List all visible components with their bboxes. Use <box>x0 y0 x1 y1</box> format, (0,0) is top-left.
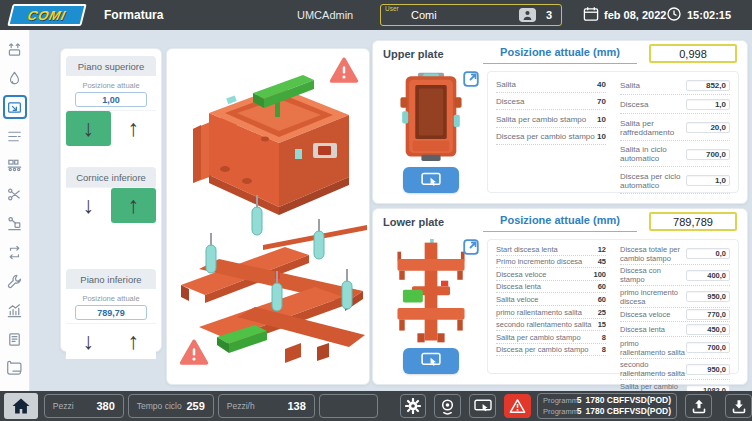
param-value[interactable]: 45 <box>598 257 606 266</box>
param-row: Discesa per cambio stampo8 <box>496 344 606 357</box>
main-area: Piano superiore Posizione attuale 1,00 ↓… <box>30 30 752 391</box>
sidebar-item-forming-icon[interactable] <box>3 95 27 119</box>
stat-label: Pezzi <box>53 401 74 411</box>
param-value[interactable]: 8 <box>602 333 606 342</box>
lower-plate-touch-button[interactable] <box>403 348 459 374</box>
param-row: Salita per raffreddamento20,0 <box>620 114 730 141</box>
transfer-buttons <box>685 394 752 418</box>
jog-up-button[interactable]: ↑ <box>111 188 156 223</box>
sidebar-item-conveyor-icon[interactable] <box>3 153 27 177</box>
sidebar-item-demold-icon[interactable] <box>3 37 27 61</box>
param-value[interactable]: 60 <box>598 295 606 304</box>
expand-view-button[interactable] <box>463 239 479 255</box>
param-value[interactable]: 400,0 <box>686 270 730 281</box>
comi-logo: COMI <box>7 4 86 26</box>
up-arrow-icon: ↑ <box>128 192 140 219</box>
param-label: primo rallentamento salita <box>496 308 582 317</box>
up-arrow-icon: ↑ <box>128 328 140 355</box>
upper-mold-thumbnail <box>387 71 475 167</box>
sidebar-item-heating-icon[interactable] <box>3 66 27 90</box>
stat-value: 380 <box>96 400 114 412</box>
upload-program-button[interactable] <box>685 394 712 418</box>
sidebar-item-maintenance-icon[interactable] <box>3 269 27 293</box>
param-value[interactable]: 700,0 <box>686 149 730 160</box>
param-value[interactable]: 950,0 <box>686 291 730 302</box>
jog-down-button[interactable]: ↓ <box>66 188 111 223</box>
param-label: Salita <box>496 80 516 89</box>
param-row: Discesa per cambio stampo10 <box>496 128 606 146</box>
lower-plate-thumb-col <box>383 239 479 374</box>
param-label: Discesa veloce <box>620 310 670 319</box>
sidebar-item-report-icon[interactable] <box>3 327 27 351</box>
upper-plate-card: Upper plate Posizione attuale (mm) 0,998 <box>372 40 748 204</box>
jog-up-button[interactable]: ↑ <box>111 111 156 146</box>
param-value[interactable]: 0,0 <box>686 248 730 259</box>
topbar: COMI Formatura UMCAdmin User Comi 3 feb … <box>0 0 752 30</box>
time-text: 15:02:15 <box>687 9 731 21</box>
param-value[interactable]: 950,0 <box>686 364 730 375</box>
stat-label: Pezzi/h <box>227 401 255 411</box>
upper-plate-params: Salita40Discesa70Salita per cambio stamp… <box>487 71 739 193</box>
param-row: Salita veloce60 <box>496 293 606 306</box>
machine-3d-viewport[interactable] <box>166 48 370 385</box>
sidebar-item-levels-icon[interactable] <box>3 124 27 148</box>
jog-buttons: ↓ ↑ <box>66 323 156 359</box>
machine-3d-render <box>167 49 370 385</box>
user-selector[interactable]: User Comi 3 <box>380 4 562 26</box>
calendar-icon <box>583 6 599 24</box>
sidebar-item-statistics-icon[interactable] <box>3 298 27 322</box>
camera-button[interactable] <box>434 394 461 418</box>
lower-plate-card: Lower plate Posizione attuale (mm) 789,7… <box>372 208 748 385</box>
param-value[interactable]: 1,0 <box>686 175 730 186</box>
param-value[interactable]: 10 <box>597 132 606 141</box>
program-selector[interactable]: Programma PLC51780 CBFFVSD(POD)Programma… <box>537 393 677 419</box>
lower-plate-body: Start discesa lenta12Primo incremento di… <box>373 237 747 382</box>
param-value[interactable]: 8 <box>602 345 606 354</box>
touch-panel-button[interactable] <box>469 394 496 418</box>
settings-button[interactable] <box>400 394 427 418</box>
param-value[interactable]: 700,0 <box>686 342 730 353</box>
param-value[interactable]: 15 <box>598 320 606 329</box>
home-button[interactable] <box>4 393 38 419</box>
program-code: 1780 CBFFVSD(POD) <box>586 406 672 417</box>
param-label: secondo rallentamento salita <box>620 360 686 378</box>
program-row: Programma PLC51780 CBFFVSD(POD) <box>543 395 671 406</box>
param-value[interactable]: 852,0 <box>686 80 730 91</box>
sidebar-item-cutting-icon[interactable] <box>3 182 27 206</box>
lower-plate-params: Start discesa lenta12Primo incremento di… <box>487 239 739 374</box>
touch-screen-icon <box>421 352 441 369</box>
param-label: Discesa lenta <box>620 325 665 334</box>
param-row: Discesa70 <box>496 93 606 111</box>
alarms-button[interactable] <box>504 394 531 418</box>
param-value[interactable]: 40 <box>597 80 606 89</box>
jog-down-button[interactable]: ↓ <box>66 324 111 359</box>
param-label: Salita <box>620 81 640 90</box>
download-program-button[interactable] <box>725 394 752 418</box>
param-row: primo rallentamento salita25 <box>496 306 606 319</box>
param-value[interactable]: 770,0 <box>686 309 730 320</box>
expand-view-button[interactable] <box>463 71 479 87</box>
param-value[interactable]: 10 <box>597 115 606 124</box>
program-number: 5 <box>577 406 582 417</box>
jog-up-button[interactable]: ↑ <box>111 324 156 359</box>
param-value[interactable]: 12 <box>598 245 606 254</box>
param-value[interactable]: 100 <box>593 270 606 279</box>
sidebar-item-robot-icon[interactable] <box>3 211 27 235</box>
param-row: Discesa con stampo400,0 <box>620 265 730 287</box>
param-label: Discesa lenta <box>496 282 541 291</box>
jog-down-button[interactable]: ↓ <box>66 111 111 146</box>
sidebar-item-cycle-icon[interactable] <box>3 240 27 264</box>
program-label: Programma PLC <box>543 395 577 406</box>
param-value[interactable]: 20,0 <box>686 122 730 133</box>
touch-screen-icon <box>474 399 492 414</box>
sidebar-item-recipes-icon[interactable] <box>3 356 27 380</box>
param-value[interactable]: 450,0 <box>686 324 730 335</box>
param-label: Salita per raffreddamento <box>620 119 686 137</box>
param-value[interactable]: 70 <box>597 97 606 106</box>
upper-plate-touch-button[interactable] <box>403 167 459 193</box>
download-icon <box>731 398 747 414</box>
lower-params-right: Discesa totale per cambio stampo0,0Disce… <box>620 243 730 371</box>
param-value[interactable]: 25 <box>598 308 606 317</box>
param-value[interactable]: 60 <box>598 282 606 291</box>
param-value[interactable]: 1,0 <box>686 99 730 110</box>
